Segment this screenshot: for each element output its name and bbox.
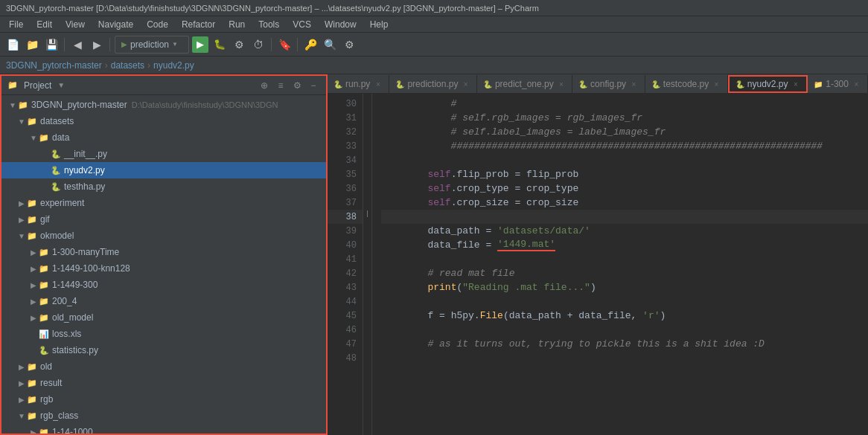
1-1449-300-icon: 📁 (39, 280, 49, 290)
tree-rgb-label: rgb (40, 394, 53, 405)
menu-vcs[interactable]: VCS (287, 18, 317, 31)
tree-okmodel[interactable]: ▼ 📁 okmodel (1, 228, 326, 244)
run-button[interactable]: ▶ (192, 36, 208, 53)
tree-root[interactable]: ▼ 📁 3DGNN_pytorch-master D:\Data\study\f… (1, 97, 326, 113)
tree-1-14-1000[interactable]: ▶ 📁 1-14-1000 (1, 424, 326, 434)
tab-run-py-close[interactable]: × (373, 79, 383, 89)
breadcrumb-file[interactable]: nyudv2.py (153, 60, 194, 71)
tab-bar: 🐍 run.py × 🐍 prediction.py × 🐍 predict_o… (328, 74, 868, 94)
save-button[interactable]: 💾 (43, 36, 60, 53)
line-numbers: 30 31 32 33 34 35 36 37 38 39 40 41 42 4… (328, 94, 363, 435)
tree-statistics-py[interactable]: 🐍 statistics.py (1, 342, 326, 358)
panel-settings-button[interactable]: ⚙ (290, 79, 304, 92)
code-45-h5py: h5py (451, 310, 474, 321)
tree-200-4[interactable]: ▶ 📁 200_4 (1, 293, 326, 309)
tree-root-path: D:\Data\study\finishstudy\3DGNN\3DGN (132, 100, 278, 109)
tree-gif[interactable]: ▶ 📁 gif (1, 211, 326, 228)
menu-refactor[interactable]: Refactor (176, 18, 221, 31)
back-button[interactable]: ◀ (69, 36, 86, 53)
tab-nyudv2-py[interactable]: 🐍 nyudv2.py × (728, 75, 808, 93)
collapse-all-button[interactable]: ≡ (274, 79, 287, 92)
code-40-indent: data_file = (381, 239, 497, 251)
tree-1-1449-knn128[interactable]: ▶ 📁 1-1449-100-knn128 (1, 260, 326, 277)
no-expand-1 (40, 150, 51, 158)
tree-rgb[interactable]: ▶ 📁 rgb (1, 391, 326, 407)
tab-testcode-py-close[interactable]: × (712, 79, 721, 89)
tree-data[interactable]: ▼ 📁 data (1, 129, 326, 146)
find-action-button[interactable]: 🔑 (302, 36, 319, 53)
tab-prediction-py[interactable]: 🐍 prediction.py × (389, 75, 477, 93)
tree-experiment[interactable]: ▶ 📁 experiment (1, 195, 326, 211)
tab-predict-one-py[interactable]: 🐍 predict_one.py × (477, 75, 572, 93)
editor-area: 🐍 run.py × 🐍 prediction.py × 🐍 predict_o… (328, 74, 868, 435)
gif-folder-icon: 📁 (27, 215, 37, 225)
panel-close-button[interactable]: − (307, 79, 320, 92)
code-39-indent: data_path = (381, 225, 497, 236)
ln-48: 48 (328, 351, 363, 365)
tab-nyudv2-py-close[interactable]: × (791, 79, 801, 89)
fold-36 (363, 178, 371, 193)
code-32-comment: # self.label_images = label_images_fr (381, 126, 666, 138)
code-line-47: # as it turns out, trying to pickle this… (381, 337, 868, 351)
statistics-py-icon: 🐍 (39, 346, 49, 355)
tree-datasets[interactable]: ▼ 📁 datasets (1, 113, 326, 129)
menu-view[interactable]: View (60, 18, 91, 31)
tree-old[interactable]: ▶ 📁 old (1, 358, 326, 375)
tab-prediction-py-close[interactable]: × (461, 79, 470, 89)
tree-result[interactable]: ▶ 📁 result (1, 375, 326, 391)
run-config-dropdown[interactable]: ▶ prediction ▼ (115, 36, 189, 54)
old-model-icon: 📁 (39, 313, 49, 323)
menu-edit[interactable]: Edit (31, 18, 58, 31)
file-tree: ▼ 📁 3DGNN_pytorch-master D:\Data\study\f… (1, 95, 326, 434)
tab-run-py[interactable]: 🐍 run.py × (328, 75, 389, 93)
profile-button[interactable]: ⏱ (250, 36, 267, 53)
ln-44: 44 (328, 294, 363, 309)
1-1449-knn128-icon: 📁 (39, 264, 49, 274)
tree-root-label: 3DGNN_pytorch-master (31, 100, 127, 110)
fold-33 (363, 136, 371, 150)
tab-config-py[interactable]: 🐍 config.py × (572, 75, 645, 93)
code-39-str: 'datasets/data/' (497, 225, 590, 236)
tree-nyudv2-py[interactable]: 🐍 nyudv2.py (1, 162, 326, 178)
tab-1-300-close[interactable]: × (852, 79, 861, 89)
new-file-button[interactable]: 📄 (4, 36, 21, 53)
menu-code[interactable]: Code (141, 18, 174, 31)
forward-button[interactable]: ▶ (89, 36, 105, 53)
fold-47 (363, 334, 371, 348)
run-coverage-button[interactable]: ⚙ (231, 36, 247, 53)
predict-one-py-tab-icon: 🐍 (483, 80, 492, 88)
tree-1-1449-300[interactable]: ▶ 📁 1-1449-300 (1, 277, 326, 293)
expand-result-icon: ▶ (16, 379, 27, 387)
tab-1-300[interactable]: 📁 1-300 × (808, 75, 868, 93)
panel-dropdown-icon[interactable]: ▼ (57, 81, 65, 89)
code-content[interactable]: # # self.rgb_images = rgb_images_fr # se… (372, 94, 868, 435)
tree-rgb-class[interactable]: ▼ 📁 rgb_class (1, 407, 326, 424)
menu-file[interactable]: File (3, 18, 29, 31)
expand-icon: ▼ (7, 101, 18, 109)
extra-button[interactable]: ⚙ (341, 36, 357, 53)
tab-config-py-close[interactable]: × (629, 79, 639, 89)
toggle-bookmark-button[interactable]: 🔖 (276, 36, 293, 53)
breadcrumb-datasets[interactable]: datasets (111, 60, 144, 71)
search-button[interactable]: 🔍 (322, 36, 338, 53)
menu-navigate[interactable]: Navigate (92, 18, 139, 31)
menu-window[interactable]: Window (319, 18, 363, 31)
ln-40: 40 (328, 238, 363, 252)
tree-loss-xls[interactable]: 📊 loss.xls (1, 326, 326, 342)
menu-help[interactable]: Help (364, 18, 395, 31)
debug-button[interactable]: 🐛 (211, 36, 228, 53)
toolbar: 📄 📁 💾 ◀ ▶ ▶ prediction ▼ ▶ 🐛 ⚙ ⏱ 🔖 🔑 🔍 ⚙ (0, 33, 868, 57)
open-button[interactable]: 📁 (24, 36, 40, 53)
tab-predict-one-py-close[interactable]: × (557, 79, 566, 89)
tree-testhha-py[interactable]: 🐍 testhha.py (1, 178, 326, 195)
tab-testcode-py[interactable]: 🐍 testcode.py × (645, 75, 728, 93)
experiment-folder-icon: 📁 (27, 199, 37, 208)
tree-init-py[interactable]: 🐍 __init__.py (1, 146, 326, 162)
tree-old-label: old (40, 361, 52, 372)
menu-tools[interactable]: Tools (252, 18, 285, 31)
breadcrumb-root[interactable]: 3DGNN_pytorch-master (6, 60, 102, 71)
tree-1-300-manytime[interactable]: ▶ 📁 1-300-manyTime (1, 244, 326, 260)
tree-old-model[interactable]: ▶ 📁 old_model (1, 309, 326, 326)
locate-file-button[interactable]: ⊕ (258, 79, 271, 92)
menu-run[interactable]: Run (223, 18, 251, 31)
